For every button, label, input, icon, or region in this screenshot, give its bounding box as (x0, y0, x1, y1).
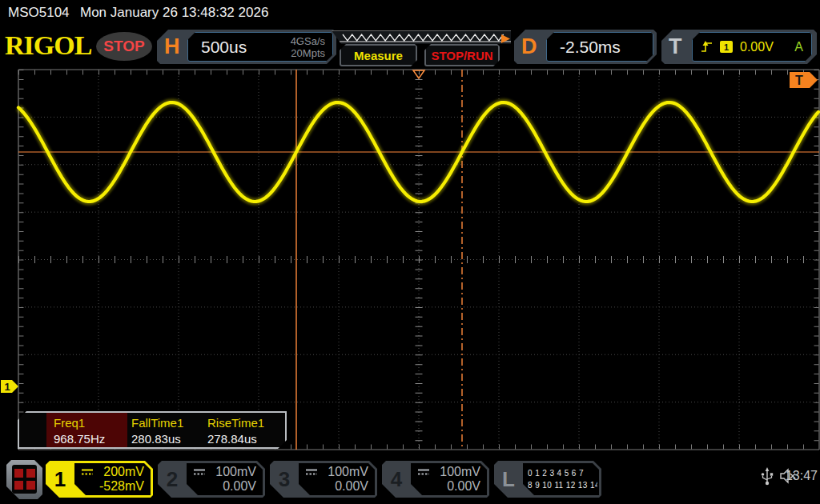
channel-scale: 100mV (215, 465, 256, 479)
trigger-readout: 1 0.00V A (692, 32, 812, 62)
usb-icon (761, 467, 774, 486)
scope-graticule: T 1 (0, 68, 820, 456)
dc-coupling-icon (305, 469, 318, 476)
acquisition-status-button[interactable]: STOP (96, 32, 152, 61)
trigger-level-marker[interactable]: T (790, 72, 818, 88)
trigger-slope-icon (701, 41, 713, 53)
channel-1-button[interactable]: 1 200mV -528mV (46, 461, 153, 498)
delay-label: D (521, 30, 537, 64)
delay-value: -2.50ms (560, 33, 621, 61)
measure-button[interactable]: Measure (340, 44, 417, 66)
menu-grid-icon (12, 465, 37, 494)
channel-4-button[interactable]: 4 100mV 0.00V (382, 461, 489, 498)
menu-grid-button[interactable] (6, 460, 42, 499)
top-toolbar: RIGOL STOP H 500us 4GSa/s 20Mpts Measure (0, 24, 820, 68)
logic-channels-readout: 0 1 2 3 4 5 6 7 8 9 10 11 12 13 14 15 (523, 463, 599, 495)
dc-coupling-icon (81, 469, 94, 476)
trigger-level-value: 0.00V (740, 40, 774, 54)
trigger-marker-letter: T (795, 74, 803, 87)
sample-rate-readout: 4GSa/s 20Mpts (291, 35, 325, 59)
trigger-source-badge: 1 (720, 41, 733, 53)
measurement-value: 278.84us (207, 432, 257, 446)
channel-readout: 100mV 0.00V (411, 463, 487, 495)
channel-offset: 0.00V (223, 479, 256, 494)
channel-number: 1 (46, 461, 74, 498)
logic-analyzer-button[interactable]: L 0 1 2 3 4 5 6 7 8 9 10 11 12 13 14 15 (494, 461, 601, 498)
system-datetime: Mon January 26 13:48:32 2026 (80, 5, 268, 21)
horizontal-settings-button[interactable]: H 500us 4GSa/s 20Mpts (157, 30, 336, 64)
measurement-value: 280.83us (131, 432, 181, 446)
channel-scale: 100mV (440, 465, 480, 479)
channel-readout: 100mV 0.00V (187, 463, 263, 495)
trigger-label: T (669, 30, 682, 64)
channel-offset: 0.00V (447, 479, 480, 494)
channel-offset: -528mV (99, 479, 144, 494)
dc-coupling-icon (193, 469, 206, 476)
channel-number: 3 (270, 461, 299, 498)
memory-depth: 20Mpts (291, 47, 325, 59)
channel1-position-marker[interactable]: 1 (1, 380, 18, 393)
logic-channels-row2: 8 9 10 11 12 13 14 15 (528, 481, 597, 490)
stop-run-button-label: STOP/RUN (431, 49, 492, 62)
logic-analyzer-label: L (494, 461, 523, 498)
channel-2-button[interactable]: 2 100mV 0.00V (158, 461, 265, 498)
memory-waveform-strip[interactable] (332, 30, 511, 44)
title-bar: MSO5104 Mon January 26 13:48:32 2026 (0, 0, 820, 24)
oscilloscope-screen: MSO5104 Mon January 26 13:48:32 2026 RIG… (0, 0, 820, 504)
trigger-mode: A (794, 40, 803, 54)
measurement-panel[interactable]: Freq1 968.75Hz FallTime1 280.83us RiseTi… (18, 411, 287, 449)
clock: 13:47 (786, 469, 818, 483)
channel-readout: 100mV 0.00V (299, 463, 375, 495)
horizontal-label: H (164, 30, 180, 64)
model-name: MSO5104 (8, 5, 70, 21)
memory-zigzag (343, 34, 504, 41)
sample-rate: 4GSa/s (291, 35, 325, 47)
channel-status-bar: 1 200mV -528mV 2 100mV 0.00V (0, 456, 820, 504)
timebase-value: 500us (201, 33, 247, 61)
channel-number: 4 (382, 461, 411, 498)
channel-scale: 200mV (103, 465, 144, 479)
waveform-display-area: T 1 Freq1 968.75Hz FallTime1 280.83us Ri… (0, 68, 820, 456)
channel1-marker-number: 1 (4, 381, 10, 393)
trigger-settings-button[interactable]: T 1 0.00V A (661, 30, 817, 64)
memory-waveform-preview (332, 31, 511, 44)
channel-number: 2 (158, 461, 187, 498)
logic-channels-row1: 0 1 2 3 4 5 6 7 (528, 469, 597, 478)
stop-run-button[interactable]: STOP/RUN (424, 44, 500, 66)
channel-3-button[interactable]: 3 100mV 0.00V (270, 461, 377, 498)
channel-offset: 0.00V (335, 479, 368, 494)
measure-button-label: Measure (354, 49, 403, 62)
measurement-label: FallTime1 (131, 416, 183, 430)
delay-readout: -2.50ms (546, 32, 653, 62)
delay-settings-button[interactable]: D -2.50ms (514, 30, 657, 64)
measurement-value: 968.75Hz (54, 432, 105, 446)
channel-readout: 200mV -528mV (74, 463, 151, 495)
dc-coupling-icon (417, 469, 430, 476)
measurement-label: RiseTime1 (207, 416, 264, 430)
rigol-logo: RIGOL (5, 30, 91, 61)
measurement-label: Freq1 (54, 416, 85, 430)
timebase-readout: 500us 4GSa/s 20Mpts (187, 32, 333, 62)
channel-scale: 100mV (328, 465, 368, 479)
